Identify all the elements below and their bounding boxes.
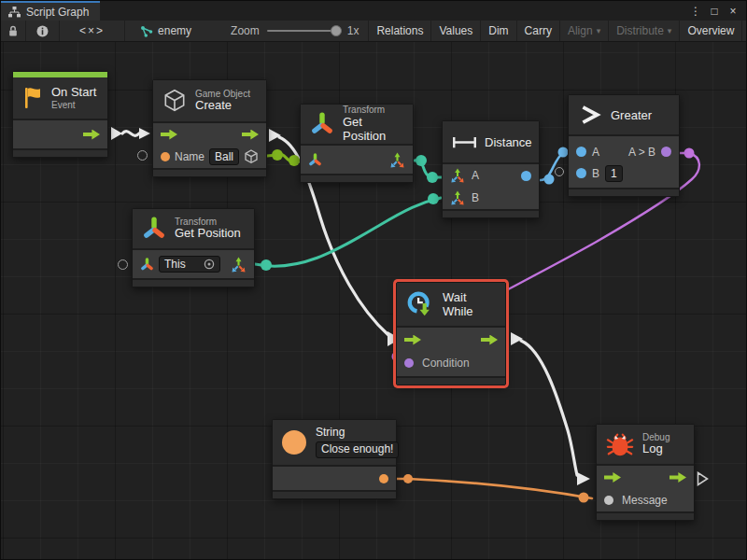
node-string[interactable]: String Close enough! xyxy=(272,419,397,499)
node-title: Log xyxy=(642,442,669,456)
unconnected-ring-get-position[interactable] xyxy=(118,259,128,270)
vector3-output-port[interactable] xyxy=(231,257,247,273)
flow-in-port[interactable] xyxy=(161,130,177,140)
string-output-port[interactable] xyxy=(379,474,388,483)
code-view-button[interactable]: <×> xyxy=(60,21,125,41)
game-object-cube-icon xyxy=(162,88,187,114)
condition-label: Condition xyxy=(422,357,470,370)
a-label: A xyxy=(592,146,599,159)
wait-timer-icon xyxy=(406,290,434,318)
toolbar: <×> enemy Zoom 1x Relations Values Dim C… xyxy=(1,21,746,42)
chevron-down-icon: ▾ xyxy=(597,26,601,35)
node-distance[interactable]: Distance A B xyxy=(442,120,540,218)
greater-than-icon xyxy=(578,103,602,127)
lock-icon xyxy=(7,25,19,37)
toolbar-button-carry[interactable]: Carry xyxy=(517,21,560,41)
chevron-down-icon: ▾ xyxy=(668,26,672,35)
message-input-port[interactable] xyxy=(604,496,613,505)
result-output-port[interactable] xyxy=(661,147,671,157)
zoom-control: Zoom 1x xyxy=(221,21,368,41)
graph-breadcrumb[interactable]: enemy xyxy=(131,21,201,41)
node-on-start[interactable]: On Start Event xyxy=(12,71,108,158)
string-value-field[interactable]: Close enough! xyxy=(316,441,399,458)
distance-output-port[interactable] xyxy=(521,171,531,181)
vector3-input-port-b[interactable] xyxy=(450,190,465,205)
flow-out-port[interactable] xyxy=(83,130,100,140)
tab-title: Script Graph xyxy=(26,6,89,19)
name-input-port[interactable] xyxy=(161,152,170,161)
node-create[interactable]: Game Object Create Name Ball xyxy=(152,79,267,177)
tab-script-graph[interactable]: Script Graph xyxy=(1,1,100,21)
flow-in-port[interactable] xyxy=(604,472,621,483)
distance-icon xyxy=(452,135,477,149)
this-value-field[interactable]: This xyxy=(159,256,220,273)
node-title: Wait While xyxy=(443,290,496,318)
toolbar-button-fullscreen[interactable]: Full Screen xyxy=(742,21,747,41)
node-greater[interactable]: Greater A A > B B 1 xyxy=(568,94,680,197)
node-title: Distance xyxy=(485,135,532,149)
message-label: Message xyxy=(622,494,668,507)
node-title: Get Position xyxy=(343,116,403,144)
flow-out-port[interactable] xyxy=(669,472,686,483)
zoom-slider[interactable] xyxy=(267,30,340,32)
b-label: B xyxy=(592,167,599,180)
a-label: A xyxy=(472,169,479,182)
flow-out-port[interactable] xyxy=(242,130,259,140)
node-title: Create xyxy=(195,99,250,113)
result-label: A > B xyxy=(628,146,655,159)
node-subtitle: Event xyxy=(51,100,96,111)
toolbar-button-dim[interactable]: Dim xyxy=(481,21,516,41)
toolbar-button-distribute[interactable]: Distribute▾ xyxy=(609,21,680,41)
string-icon xyxy=(282,430,306,455)
vector3-output-port[interactable] xyxy=(389,152,405,168)
unconnected-ring-greater-b[interactable] xyxy=(555,167,564,176)
lock-button[interactable] xyxy=(1,21,26,41)
toolbar-button-align[interactable]: Align▾ xyxy=(560,21,609,41)
node-get-position-top[interactable]: Transform Get Position xyxy=(300,104,414,183)
node-title: Get Position xyxy=(175,227,241,241)
node-debug-log[interactable]: Debug Log Message xyxy=(596,424,695,521)
node-title: Greater xyxy=(611,108,652,122)
flow-in-port[interactable] xyxy=(404,335,421,345)
node-wait-while[interactable]: Wait While Condition xyxy=(396,282,506,385)
transform-input-port[interactable] xyxy=(308,153,322,167)
title-bar: Script Graph ⋮ □ × xyxy=(1,1,746,21)
b-label: B xyxy=(472,191,479,204)
zoom-value: 1x xyxy=(347,24,359,37)
condition-input-port[interactable] xyxy=(404,358,414,368)
toolbar-button-relations[interactable]: Relations xyxy=(368,21,431,41)
node-get-position-bottom[interactable]: Transform Get Position This xyxy=(132,208,255,287)
window-maximize-icon[interactable]: □ xyxy=(707,5,722,18)
target-picker-icon[interactable] xyxy=(204,259,215,270)
name-label: Name xyxy=(175,150,204,163)
inspect-button[interactable] xyxy=(26,21,60,41)
unconnected-flow-triangle[interactable] xyxy=(697,471,709,490)
toolbar-button-values[interactable]: Values xyxy=(431,21,481,41)
node-title: String xyxy=(316,427,399,440)
transform-icon xyxy=(142,217,166,241)
bug-icon xyxy=(606,430,634,458)
b-input-port[interactable] xyxy=(576,168,586,178)
transform-input-port[interactable] xyxy=(140,258,154,272)
node-title: On Start xyxy=(51,86,96,100)
b-value-field[interactable]: 1 xyxy=(605,165,623,182)
vector3-input-port-a[interactable] xyxy=(450,168,465,183)
unconnected-ring-create[interactable] xyxy=(137,150,148,161)
name-value-field[interactable]: Ball xyxy=(209,148,239,165)
toolbar-button-overview[interactable]: Overview xyxy=(680,21,742,41)
game-object-output-port[interactable] xyxy=(244,148,259,165)
flag-icon xyxy=(22,86,43,110)
transform-icon xyxy=(310,112,334,136)
window-close-icon[interactable]: × xyxy=(726,5,740,18)
window-menu-icon[interactable]: ⋮ xyxy=(688,5,703,18)
zoom-slider-handle[interactable] xyxy=(331,25,342,36)
a-input-port[interactable] xyxy=(576,147,586,157)
info-icon xyxy=(36,25,49,37)
code-icon: <×> xyxy=(79,24,105,37)
graph-asset-icon xyxy=(140,25,153,37)
graph-name: enemy xyxy=(158,24,191,37)
script-graph-window: Script Graph ⋮ □ × <×> enemy xyxy=(0,0,747,560)
flow-out-port[interactable] xyxy=(481,335,498,345)
graph-tab-icon xyxy=(8,7,21,18)
zoom-label: Zoom xyxy=(231,24,260,37)
